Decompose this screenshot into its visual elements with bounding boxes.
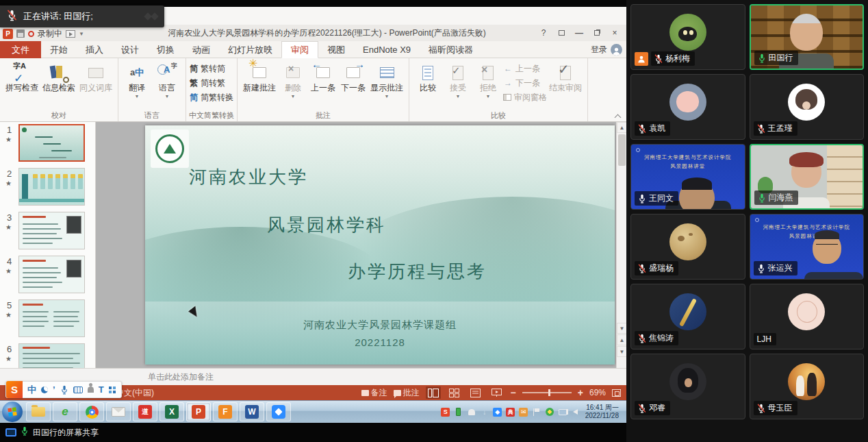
mail-button[interactable] (106, 402, 131, 421)
next-slide-button[interactable]: ▼ (617, 346, 626, 357)
meeting-tray-icon[interactable]: ◆ (493, 408, 502, 417)
soft-keyboard-icon[interactable] (73, 386, 83, 393)
close-button[interactable]: × (606, 26, 624, 40)
participant-tile-1[interactable]: 杨利梅 (630, 4, 745, 70)
person-center-icon[interactable] (88, 386, 94, 393)
skin-icon[interactable]: T (99, 384, 104, 395)
dict-tray-icon[interactable]: 典 (506, 408, 515, 417)
save-icon[interactable] (16, 29, 25, 38)
compare-button[interactable]: 比较 (413, 60, 443, 95)
slideshow-view-button[interactable] (489, 386, 505, 399)
action-center-flag-icon[interactable] (532, 407, 541, 417)
zoom-in-button[interactable]: + (578, 387, 583, 398)
foxit-pdf-button[interactable]: F (213, 402, 238, 421)
word-button[interactable]: W (240, 402, 264, 421)
thesaurus-button[interactable]: 同义词库 (77, 60, 114, 95)
ribbon-tab-review[interactable]: 审阅 (281, 41, 318, 58)
slide-thumbnail-3[interactable] (18, 212, 85, 249)
account-avatar[interactable] (611, 44, 622, 56)
traditional-to-simplified-button[interactable]: 简繁转简 (190, 62, 233, 75)
slide-thumbnail-1[interactable] (18, 124, 85, 162)
ribbon-tab-view[interactable]: 视图 (318, 41, 354, 58)
accept-button[interactable]: ✓接受▼ (443, 60, 473, 101)
ribbon-tab-design[interactable]: 设计 (112, 41, 148, 58)
sign-in-area[interactable]: 登录 (591, 41, 622, 58)
zoom-out-button[interactable]: − (511, 387, 516, 398)
start-button[interactable] (2, 402, 23, 422)
zoom-slider-thumb[interactable] (548, 389, 550, 396)
notes-placeholder[interactable]: 单击此处添加备注 (148, 369, 214, 386)
restore-button[interactable] (588, 26, 606, 40)
new-comment-button[interactable]: ✳新建批注 (241, 60, 278, 95)
next-comment-button[interactable]: →下一条 (338, 60, 368, 95)
chrome-button[interactable] (79, 402, 104, 421)
participant-tile-5[interactable]: 河南理工大学建筑与艺术设计学院风景园林讲堂王同文 (630, 144, 745, 210)
sogou-tray-icon[interactable]: S (441, 408, 450, 417)
participant-tile-8[interactable]: 河南理工大学建筑与艺术设计学院风景园林讲堂张运兴 (750, 214, 865, 280)
ribbon-display-options-button[interactable] (552, 26, 570, 40)
browser-button[interactable]: e (53, 402, 77, 421)
slide-thumbnail-2[interactable] (18, 168, 85, 206)
previous-slide-button[interactable]: ▲ (617, 334, 626, 345)
end-review-button[interactable]: ✓结束审阅 (547, 60, 584, 95)
ribbon-tab-foxit[interactable]: 福昕阅读器 (420, 41, 482, 58)
chinese-mode-icon[interactable]: 中 (27, 384, 36, 396)
notes-toggle-button[interactable]: 备注 (361, 387, 387, 399)
ribbon-tab-slide-show[interactable]: 幻灯片放映 (219, 41, 281, 58)
ribbon-tab-transitions[interactable]: 切换 (148, 41, 183, 58)
collapse-ribbon-button[interactable] (614, 114, 621, 119)
youdao-dict-button[interactable]: 道 (133, 402, 157, 421)
download-tray-icon[interactable]: ↓ (480, 407, 489, 417)
security-shield-icon[interactable] (545, 407, 554, 417)
vertical-scrollbar[interactable]: ▲ ▼ ▲ ▼ (616, 122, 626, 368)
reject-button[interactable]: ×拒绝▼ (473, 60, 503, 101)
ribbon-tab-insert[interactable]: 插入 (77, 41, 112, 58)
help-button[interactable]: ? (535, 26, 552, 40)
slide-thumbnail-4[interactable] (18, 256, 85, 293)
reading-view-button[interactable] (468, 386, 483, 399)
file-explorer-button[interactable] (26, 402, 51, 421)
language-button[interactable]: A字语言▼ (152, 60, 182, 101)
ribbon-tab-endnote[interactable]: EndNote X9 (354, 41, 420, 58)
ribbon-tab-file[interactable]: 文件 (0, 41, 41, 58)
normal-view-button[interactable] (426, 386, 441, 399)
bell-tray-icon[interactable] (467, 407, 476, 417)
fit-slide-to-window-button[interactable] (612, 389, 621, 397)
ribbon-tab-home[interactable]: 开始 (41, 41, 77, 58)
show-comments-button[interactable]: 显示批注▼ (368, 60, 405, 101)
simplified-to-traditional-button[interactable]: 繁简转繁 (190, 76, 233, 90)
previous-comment-button[interactable]: ←上一条 (308, 60, 338, 95)
participant-tile-7[interactable]: 盛瑞杨 (630, 214, 745, 280)
punctuation-icon[interactable]: ’ (53, 384, 55, 395)
slide-editing-area[interactable]: 河南农业大学 风景园林学科 办学历程与思考 河南农业大学风景园林学课题组 202… (96, 122, 616, 368)
ribbon-tab-animations[interactable]: 动画 (183, 41, 219, 58)
participant-tile-3[interactable]: 袁凯 (630, 74, 745, 140)
minimize-button[interactable]: — (570, 26, 588, 40)
quick-access-dropdown-icon[interactable]: ▼ (79, 31, 84, 37)
chinese-conversion-button[interactable]: 简简繁转换 (190, 90, 233, 104)
battery-tray-icon[interactable] (454, 407, 463, 417)
scroll-down-button[interactable]: ▼ (617, 323, 626, 334)
sign-in-label[interactable]: 登录 (591, 44, 607, 56)
toolbox-icon[interactable] (109, 386, 116, 393)
next-change-button[interactable]: →下一条 (503, 76, 547, 90)
start-slideshow-icon[interactable] (66, 30, 75, 38)
participant-tile-12[interactable]: 母玉臣 (750, 354, 865, 419)
slide-sorter-view-button[interactable] (447, 386, 462, 399)
slide-thumbnails-panel[interactable]: 1★2★3★4★5★6★ (0, 122, 96, 368)
tencent-meeting-button[interactable] (266, 402, 291, 421)
zoom-slider[interactable] (522, 392, 572, 393)
mail-tray-icon[interactable]: ✉ (519, 408, 528, 417)
slide-thumbnail-5[interactable] (18, 299, 85, 337)
zoom-percent[interactable]: 69% (589, 388, 606, 397)
reviewing-pane-button[interactable]: 审阅窗格 (503, 90, 547, 104)
spellcheck-button[interactable]: 字A✓拼写检查 (3, 60, 40, 95)
scrollbar-thumb[interactable] (618, 134, 626, 166)
moon-icon[interactable] (41, 386, 48, 393)
delete-comment-button[interactable]: ×删除▼ (278, 60, 308, 101)
comments-toggle-button[interactable]: 批注 (394, 387, 420, 399)
excel-button[interactable]: X (159, 402, 184, 421)
translate-button[interactable]: a中翻译▼ (122, 60, 152, 101)
participant-tile-4[interactable]: 王孟瑾 (750, 74, 865, 140)
taskbar-clock[interactable]: 16:41 周一 2022/11/28 (585, 404, 619, 421)
